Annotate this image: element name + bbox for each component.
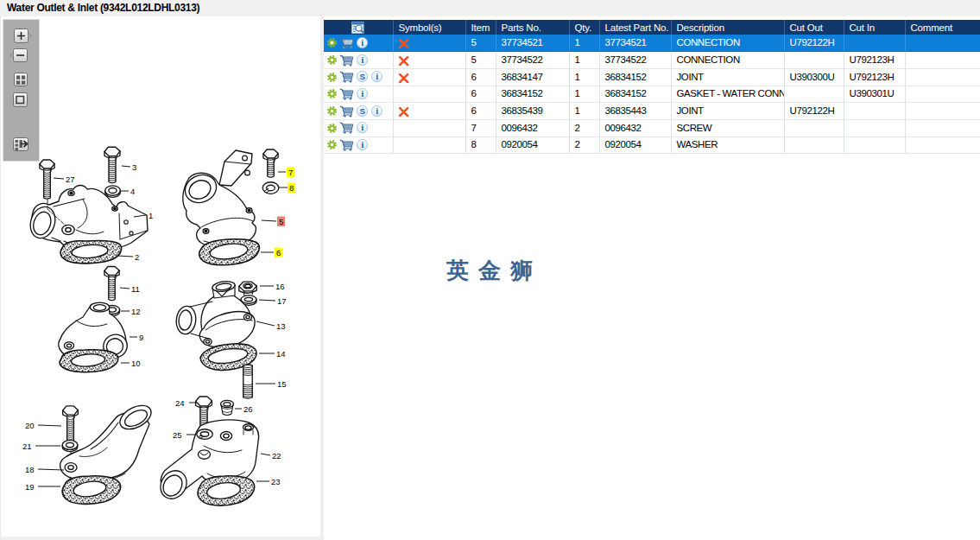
svg-text:12: 12 bbox=[131, 307, 141, 316]
svg-text:11: 11 bbox=[131, 284, 140, 294]
svg-text:5: 5 bbox=[279, 217, 283, 226]
svg-text:20: 20 bbox=[25, 421, 35, 430]
svg-text:22: 22 bbox=[272, 451, 281, 461]
svg-text:15: 15 bbox=[277, 379, 287, 389]
svg-text:4: 4 bbox=[130, 187, 135, 196]
svg-text:10: 10 bbox=[131, 359, 141, 368]
svg-text:23: 23 bbox=[271, 477, 281, 486]
svg-text:7: 7 bbox=[288, 168, 293, 177]
svg-text:3: 3 bbox=[132, 162, 136, 172]
svg-text:2: 2 bbox=[135, 252, 139, 262]
svg-text:17: 17 bbox=[277, 296, 287, 306]
svg-text:1: 1 bbox=[149, 211, 153, 220]
svg-text:21: 21 bbox=[22, 442, 32, 451]
svg-text:19: 19 bbox=[25, 482, 35, 492]
svg-text:27: 27 bbox=[66, 175, 75, 184]
svg-text:14: 14 bbox=[276, 349, 286, 359]
svg-text:24: 24 bbox=[175, 398, 185, 408]
svg-text:16: 16 bbox=[275, 282, 285, 291]
svg-text:9: 9 bbox=[139, 333, 143, 342]
svg-text:26: 26 bbox=[243, 404, 253, 414]
svg-text:25: 25 bbox=[173, 430, 182, 440]
svg-text:18: 18 bbox=[25, 465, 35, 474]
svg-text:13: 13 bbox=[276, 321, 286, 331]
svg-text:6: 6 bbox=[276, 248, 281, 257]
svg-text:8: 8 bbox=[289, 183, 294, 193]
